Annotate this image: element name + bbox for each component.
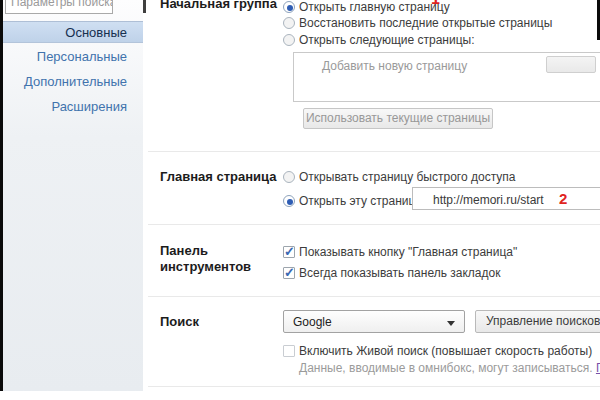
homepage-ntp-label: Открывать страницу быстрого доступа [299, 170, 515, 184]
manage-search-engines-button[interactable]: Управление поисковыми системами... [475, 310, 600, 333]
homepage-ntp-radio[interactable] [283, 171, 295, 183]
startup-restore-radio[interactable] [283, 17, 295, 29]
show-bookmarks-bar-checkbox[interactable] [283, 267, 295, 279]
add-page-confirm-button[interactable] [546, 56, 596, 73]
show-bookmarks-bar-label: Всегда показывать панель закладок [299, 266, 500, 280]
crop-tick-mark [143, 0, 146, 13]
settings-search-input[interactable] [5, 0, 113, 14]
startup-pages-listbox[interactable]: Добавить новую страницу [293, 52, 600, 102]
show-home-button-label: Показывать кнопку "Главная страница" [299, 245, 517, 259]
sidebar-item-basics[interactable]: Основные [3, 21, 143, 43]
learn-more-link[interactable]: Подробнее... [596, 361, 600, 375]
crop-border-left [0, 0, 3, 391]
sidebar: Основные Персональные Дополнительные Рас… [3, 0, 143, 391]
section-divider [148, 386, 600, 387]
toolbar-section-label-line2: инструментов [160, 259, 251, 274]
section-divider [148, 151, 600, 152]
toolbar-section-label: Панель [160, 243, 208, 258]
search-engine-select[interactable]: Google [283, 310, 465, 333]
annotation-marker-2: 2 [559, 190, 567, 207]
show-home-button-checkbox[interactable] [283, 246, 295, 258]
chevron-down-icon [447, 321, 455, 326]
add-page-placeholder[interactable]: Добавить новую страницу [322, 59, 467, 73]
section-divider [148, 296, 600, 297]
homepage-url-value: http://memori.ru/start [433, 193, 544, 207]
startup-open-home-radio[interactable] [283, 1, 295, 13]
sidebar-item-extensions[interactable]: Расширения [3, 96, 143, 118]
homepage-url-label: Открыть эту страницу: [299, 194, 425, 208]
homepage-url-input[interactable]: http://memori.ru/start 2 [412, 187, 600, 210]
startup-open-pages-radio[interactable] [283, 34, 295, 46]
annotation-marker-1: 1 [431, 0, 440, 8]
settings-page: Основные Персональные Дополнительные Рас… [0, 0, 600, 400]
section-divider [148, 224, 600, 225]
startup-restore-label: Восстановить последние открытые страницы [299, 16, 552, 30]
omnibox-privacy-note-text: Данные, вводимые в омнибокс, могут запис… [299, 361, 593, 375]
omnibox-privacy-note: Данные, вводимые в омнибокс, могут запис… [299, 361, 600, 375]
homepage-url-radio[interactable] [283, 195, 295, 207]
search-engine-selected-value: Google [293, 315, 332, 329]
startup-open-home-label: Открыть главную страницу [299, 0, 450, 14]
startup-open-pages-label: Открыть следующие страницы: [299, 33, 474, 47]
instant-search-label: Включить Живой поиск (повышает скорость … [299, 344, 592, 358]
instant-search-checkbox[interactable] [283, 345, 295, 357]
use-current-pages-button[interactable]: Использовать текущие страницы [303, 108, 493, 129]
sidebar-item-advanced[interactable]: Дополнительные [3, 71, 143, 93]
sidebar-item-personal[interactable]: Персональные [3, 46, 143, 68]
homepage-section-label: Главная страница [160, 169, 276, 184]
search-section-label: Поиск [160, 314, 199, 329]
startup-section-label: Начальная группа [160, 0, 277, 11]
